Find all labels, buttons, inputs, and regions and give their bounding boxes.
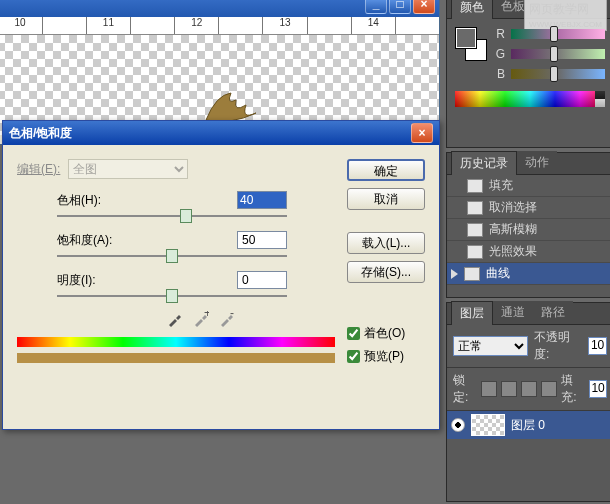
maximize-button[interactable]: □	[389, 0, 411, 14]
eyedropper-icon[interactable]	[167, 311, 183, 327]
close-button[interactable]: ×	[413, 0, 435, 14]
layers-tabs: 图层 通道 路径	[447, 303, 610, 325]
edit-label: 编辑(E):	[17, 161, 60, 178]
spectrum-picker[interactable]	[455, 91, 605, 107]
g-label: G	[493, 47, 505, 61]
eyedropper-add-icon[interactable]: +	[193, 311, 209, 327]
preview-checkbox[interactable]	[347, 350, 360, 363]
b-slider[interactable]	[511, 69, 605, 79]
dialog-titlebar[interactable]: 色相/饱和度 ×	[3, 121, 439, 145]
history-item[interactable]: 填充	[447, 175, 610, 197]
lightness-slider[interactable]	[57, 295, 287, 297]
color-panel: 网页教学网 WWW.WEBJX.COM 颜色 色板 R G B	[446, 0, 610, 148]
load-button[interactable]: 载入(L)...	[347, 232, 425, 254]
layer-row[interactable]: 图层 0	[447, 411, 610, 439]
result-bar	[17, 353, 335, 363]
b-label: B	[493, 67, 505, 81]
hue-bar	[17, 337, 335, 347]
tab-actions[interactable]: 动作	[517, 151, 557, 174]
lock-all-button[interactable]	[541, 381, 557, 397]
dialog-close-button[interactable]: ×	[411, 123, 433, 143]
history-icon	[467, 179, 483, 193]
saturation-input[interactable]	[237, 231, 287, 249]
history-tabs: 历史记录 动作	[447, 153, 610, 175]
lock-label: 锁定:	[453, 372, 477, 406]
tab-paths[interactable]: 路径	[533, 301, 573, 324]
save-button[interactable]: 存储(S)...	[347, 261, 425, 283]
opacity-value[interactable]: 10	[588, 337, 607, 355]
history-item[interactable]: 曲线	[447, 263, 610, 285]
tab-color[interactable]: 颜色	[451, 0, 493, 19]
lock-transparency-button[interactable]	[481, 381, 497, 397]
layer-thumbnail[interactable]	[471, 414, 505, 436]
cancel-button[interactable]: 取消	[347, 188, 425, 210]
r-slider[interactable]	[511, 29, 605, 39]
ok-button[interactable]: 确定	[347, 159, 425, 181]
history-icon	[464, 267, 480, 281]
lock-position-button[interactable]	[521, 381, 537, 397]
layer-name[interactable]: 图层 0	[511, 417, 545, 434]
hue-slider[interactable]	[57, 215, 287, 217]
tab-channels[interactable]: 通道	[493, 301, 533, 324]
eyedropper-subtract-icon[interactable]: -	[219, 311, 235, 327]
lightness-input[interactable]	[237, 271, 287, 289]
r-label: R	[493, 27, 505, 41]
colorize-checkbox[interactable]	[347, 327, 360, 340]
history-icon	[467, 245, 483, 259]
color-bars	[17, 337, 335, 365]
opacity-label: 不透明度:	[534, 329, 582, 363]
hue-input[interactable]	[237, 191, 287, 209]
history-item[interactable]: 高斯模糊	[447, 219, 610, 241]
dialog-title: 色相/饱和度	[9, 125, 411, 142]
history-panel: 历史记录 动作 填充 取消选择 高斯模糊 光照效果 曲线	[446, 152, 610, 298]
tab-layers[interactable]: 图层	[451, 301, 493, 325]
tab-history[interactable]: 历史记录	[451, 151, 517, 175]
minimize-button[interactable]: _	[365, 0, 387, 14]
svg-text:-: -	[230, 311, 234, 320]
saturation-label: 饱和度(A):	[57, 232, 237, 249]
svg-text:+: +	[204, 311, 209, 320]
fill-label: 填充:	[561, 372, 585, 406]
preview-label: 预览(P)	[364, 348, 404, 365]
history-item[interactable]: 光照效果	[447, 241, 610, 263]
fg-bg-swatches[interactable]	[455, 27, 487, 65]
play-icon	[451, 269, 458, 279]
layers-panel: 图层 通道 路径 正常 不透明度: 10 锁定: 填充: 10 图层 0	[446, 302, 610, 502]
artwork	[201, 85, 261, 125]
lock-pixels-button[interactable]	[501, 381, 517, 397]
history-icon	[467, 201, 483, 215]
colorize-label: 着色(O)	[364, 325, 405, 342]
history-list: 填充 取消选择 高斯模糊 光照效果 曲线	[447, 175, 610, 291]
foreground-color-swatch[interactable]	[455, 27, 477, 49]
docwin-titlebar: _ □ ×	[0, 0, 439, 17]
horizontal-ruler: 8 9 10 11 12 13 14	[0, 17, 439, 35]
history-item[interactable]: 取消选择	[447, 197, 610, 219]
lightness-label: 明度(I):	[57, 272, 237, 289]
hue-saturation-dialog: 色相/饱和度 × 编辑(E): 全图 色相(H): 饱和度(A):	[2, 120, 440, 430]
fill-value[interactable]: 10	[589, 380, 607, 398]
saturation-slider[interactable]	[57, 255, 287, 257]
edit-select[interactable]: 全图	[68, 159, 188, 179]
history-icon	[467, 223, 483, 237]
visibility-icon[interactable]	[451, 418, 465, 432]
g-slider[interactable]	[511, 49, 605, 59]
watermark: 网页教学网 WWW.WEBJX.COM	[524, 0, 607, 31]
hue-label: 色相(H):	[57, 192, 237, 209]
blend-mode-select[interactable]: 正常	[453, 336, 528, 356]
